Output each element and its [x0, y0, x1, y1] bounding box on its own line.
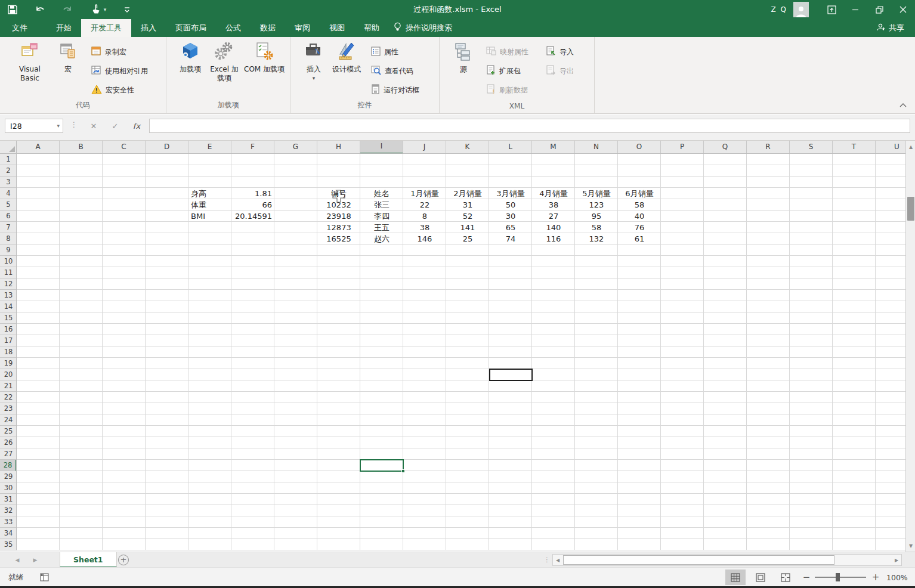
- cell-L5[interactable]: 50: [489, 199, 532, 211]
- row-header-21[interactable]: 21: [0, 380, 17, 392]
- cancel-entry-button[interactable]: ✕: [85, 119, 103, 133]
- zoom-level[interactable]: 100%: [886, 568, 908, 587]
- restore-button[interactable]: [867, 0, 891, 19]
- row-header-26[interactable]: 26: [0, 437, 17, 448]
- cell-H6[interactable]: 23918: [317, 211, 360, 222]
- row-header-24[interactable]: 24: [0, 414, 17, 426]
- use-relative-references-button[interactable]: 使用相对引用: [91, 64, 148, 78]
- row-header-19[interactable]: 19: [0, 358, 17, 369]
- user-name[interactable]: Z Q: [771, 5, 787, 14]
- row-header-9[interactable]: 9: [0, 245, 17, 256]
- column-header-M[interactable]: M: [532, 141, 575, 154]
- cell-F6[interactable]: 20.14591: [231, 211, 274, 222]
- column-header-S[interactable]: S: [790, 141, 833, 154]
- row-header-14[interactable]: 14: [0, 301, 17, 312]
- scroll-up-arrow[interactable]: ▲: [907, 142, 915, 151]
- cell-N6[interactable]: 95: [575, 211, 618, 222]
- tab-page-layout[interactable]: 页面布局: [166, 19, 216, 37]
- row-header-28[interactable]: 28: [0, 460, 17, 471]
- column-header-C[interactable]: C: [103, 141, 146, 154]
- horizontal-scrollbar[interactable]: ◀ ▶: [552, 554, 902, 566]
- formula-bar-splitter[interactable]: ⋮: [70, 120, 78, 129]
- row-header-17[interactable]: 17: [0, 335, 17, 346]
- row-header-16[interactable]: 16: [0, 324, 17, 335]
- cell-H7[interactable]: 12873: [317, 222, 360, 233]
- column-header-P[interactable]: P: [661, 141, 704, 154]
- column-header-B[interactable]: B: [60, 141, 103, 154]
- expansion-packs-button[interactable]: 扩展包: [486, 64, 521, 78]
- vertical-scrollbar-thumb[interactable]: [907, 197, 914, 221]
- sheet-nav-left-arrow[interactable]: ◀: [11, 552, 24, 568]
- horizontal-splitter[interactable]: ⋮: [544, 556, 550, 563]
- column-header-A[interactable]: A: [17, 141, 60, 154]
- cell-O8[interactable]: 61: [618, 233, 661, 245]
- cell-J6[interactable]: 8: [403, 211, 446, 222]
- row-header-12[interactable]: 12: [0, 278, 17, 290]
- row-header-20[interactable]: 20: [0, 369, 17, 380]
- normal-view-button[interactable]: [725, 570, 746, 585]
- share-button[interactable]: 共享: [876, 19, 904, 37]
- properties-button[interactable]: 属性: [371, 45, 398, 58]
- row-header-8[interactable]: 8: [0, 233, 17, 245]
- column-header-T[interactable]: T: [833, 141, 876, 154]
- insert-control-button[interactable]: 插入 ▾: [301, 42, 326, 80]
- cell-N8[interactable]: 132: [575, 233, 618, 245]
- column-header-N[interactable]: N: [575, 141, 618, 154]
- cell-O7[interactable]: 76: [618, 222, 661, 233]
- minimize-button[interactable]: [843, 0, 867, 19]
- scroll-left-arrow[interactable]: ◀: [553, 555, 562, 565]
- cell-M5[interactable]: 38: [532, 199, 575, 211]
- column-header-Q[interactable]: Q: [704, 141, 747, 154]
- cell-I7[interactable]: 王五: [360, 222, 403, 233]
- cell-K5[interactable]: 31: [446, 199, 489, 211]
- row-header-34[interactable]: 34: [0, 528, 17, 539]
- row-header-11[interactable]: 11: [0, 267, 17, 278]
- macro-record-icon[interactable]: [39, 572, 50, 584]
- cell-K6[interactable]: 52: [446, 211, 489, 222]
- row-header-3[interactable]: 3: [0, 177, 17, 188]
- name-box[interactable]: I28 ▾: [5, 119, 63, 133]
- tab-help[interactable]: 帮助: [354, 19, 389, 37]
- column-header-G[interactable]: G: [274, 141, 317, 154]
- cell-E5[interactable]: 体重: [188, 199, 231, 211]
- cell-I6[interactable]: 李四: [360, 211, 403, 222]
- row-header-33[interactable]: 33: [0, 516, 17, 528]
- column-header-H[interactable]: H: [317, 141, 360, 154]
- insert-function-button[interactable]: fx: [128, 119, 146, 133]
- cell-J7[interactable]: 38: [403, 222, 446, 233]
- row-header-23[interactable]: 23: [0, 403, 17, 414]
- cell-L7[interactable]: 65: [489, 222, 532, 233]
- excel-add-ins-button[interactable]: Excel 加载项: [208, 42, 240, 83]
- macro-security-button[interactable]: 宏安全性: [91, 83, 134, 97]
- row-header-5[interactable]: 5: [0, 199, 17, 211]
- tab-insert[interactable]: 插入: [131, 19, 166, 37]
- row-header-25[interactable]: 25: [0, 426, 17, 437]
- cell-F4[interactable]: 1.81: [231, 188, 274, 199]
- row-header-35[interactable]: 35: [0, 539, 17, 550]
- cell-O6[interactable]: 40: [618, 211, 661, 222]
- cell-E6[interactable]: BMI: [188, 211, 231, 222]
- import-button[interactable]: 导入: [546, 45, 574, 58]
- column-header-D[interactable]: D: [146, 141, 188, 154]
- com-add-ins-button[interactable]: COM 加载项: [242, 42, 287, 74]
- cell-M6[interactable]: 27: [532, 211, 575, 222]
- cell-J8[interactable]: 146: [403, 233, 446, 245]
- cell-K8[interactable]: 25: [446, 233, 489, 245]
- visual-basic-button[interactable]: Visual Basic: [10, 42, 50, 83]
- avatar[interactable]: [793, 2, 809, 17]
- page-layout-view-button[interactable]: [750, 570, 771, 585]
- cell-O4[interactable]: 6月销量: [618, 188, 661, 199]
- zoom-slider-thumb[interactable]: [836, 573, 840, 581]
- page-break-view-button[interactable]: [775, 570, 796, 585]
- column-header-E[interactable]: E: [188, 141, 231, 154]
- run-dialog-button[interactable]: 运行对话框: [371, 83, 419, 97]
- column-header-F[interactable]: F: [231, 141, 274, 154]
- tell-me-search[interactable]: 操作说明搜索: [394, 19, 452, 37]
- cells-area[interactable]: 身高1.81体重66BMI20.14591编号姓名1月销量2月销量3月销量4月销…: [17, 154, 905, 550]
- column-header-I[interactable]: I: [360, 141, 403, 154]
- add-ins-button[interactable]: 加载项: [177, 42, 203, 74]
- cell-O5[interactable]: 58: [618, 199, 661, 211]
- cell-L8[interactable]: 74: [489, 233, 532, 245]
- cell-M8[interactable]: 116: [532, 233, 575, 245]
- cell-H8[interactable]: 16525: [317, 233, 360, 245]
